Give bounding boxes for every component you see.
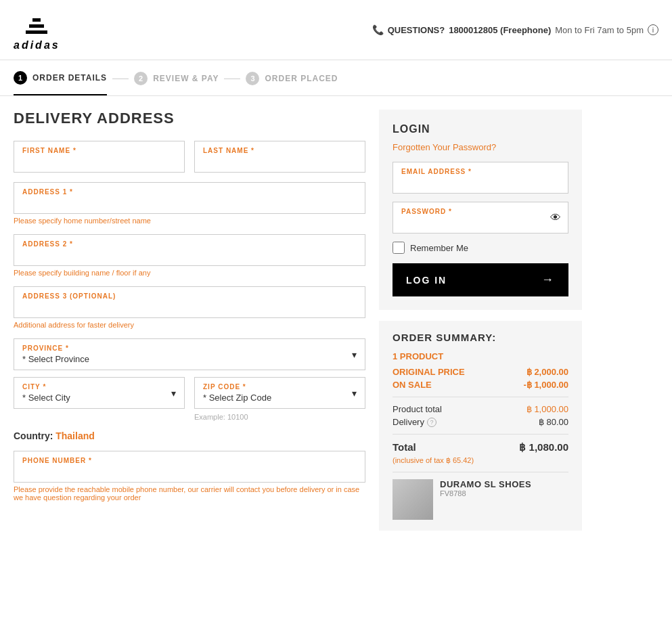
address1-wrapper: ADDRESS 1 * bbox=[14, 182, 365, 214]
step-divider-2 bbox=[224, 79, 240, 79]
password-label: PASSWORD * bbox=[401, 208, 560, 215]
total-value: ฿ 1,080.00 bbox=[519, 441, 568, 453]
product-preview: DURAMO SL SHOES FV8788 bbox=[393, 472, 568, 520]
login-title: LOGIN bbox=[393, 123, 568, 135]
summary-divider-2 bbox=[393, 434, 568, 435]
login-button-label: LOG IN bbox=[406, 275, 447, 286]
product-name: DURAMO SL SHOES bbox=[440, 479, 531, 489]
zip-select[interactable]: * Select Zip Code bbox=[195, 393, 365, 408]
login-button[interactable]: LOG IN → bbox=[393, 263, 568, 296]
phone-wrapper: PHONE NUMBER * bbox=[14, 451, 365, 483]
last-name-group: LAST NAME * bbox=[194, 141, 365, 173]
address2-label: ADDRESS 2 * bbox=[22, 240, 357, 248]
delivery-row: Delivery ? ฿ 80.00 bbox=[393, 417, 568, 427]
city-label: CITY * bbox=[14, 378, 184, 392]
email-label: EMAIL ADDRESS * bbox=[401, 168, 560, 175]
on-sale-label: ON SALE bbox=[393, 380, 432, 390]
zip-label: ZIP CODE * bbox=[195, 378, 365, 392]
product-image bbox=[393, 479, 433, 520]
password-field-wrapper: PASSWORD * 👁 bbox=[393, 202, 568, 234]
tax-text: (inclusive of tax ฿ 65.42) bbox=[393, 456, 568, 465]
address1-label: ADDRESS 1 * bbox=[22, 188, 357, 196]
phone-section: PHONE NUMBER * Please provide the reacha… bbox=[14, 451, 365, 502]
first-name-input[interactable] bbox=[22, 156, 176, 166]
address2-input[interactable] bbox=[22, 250, 357, 260]
last-name-input[interactable] bbox=[203, 156, 357, 166]
on-sale-value: -฿ 1,000.00 bbox=[523, 380, 568, 390]
on-sale-row: ON SALE -฿ 1,000.00 bbox=[393, 380, 568, 390]
svg-rect-2 bbox=[29, 24, 44, 28]
first-name-wrapper: FIRST NAME * bbox=[14, 141, 185, 173]
order-summary-box: ORDER SUMMARY: 1 PRODUCT ORIGINAL PRICE … bbox=[379, 321, 582, 531]
adidas-logo-icon bbox=[20, 8, 53, 38]
summary-divider-1 bbox=[393, 397, 568, 397]
login-box: LOGIN Forgotten Your Password? EMAIL ADD… bbox=[379, 110, 582, 310]
remember-me-row: Remember Me bbox=[393, 242, 568, 254]
step-1-label: ORDER DETAILS bbox=[32, 73, 107, 83]
step-review-pay[interactable]: 2 REVIEW & PAY bbox=[134, 72, 219, 95]
svg-rect-1 bbox=[26, 30, 47, 34]
original-price-row: ORIGINAL PRICE ฿ 2,000.00 bbox=[393, 367, 568, 377]
city-zip-row: CITY * * Select City ▾ ZIP CODE * * Sele… bbox=[14, 377, 365, 409]
phone-hint: Please provide the reachable mobile phon… bbox=[14, 485, 365, 502]
country-value[interactable]: Thailand bbox=[55, 430, 95, 441]
last-name-label: LAST NAME * bbox=[203, 147, 357, 154]
address3-row: ADDRESS 3 (OPTIONAL) Additional address … bbox=[14, 286, 365, 329]
adidas-text: adidas bbox=[14, 39, 60, 51]
questions-label: QUESTIONS? bbox=[388, 25, 445, 35]
product-info: DURAMO SL SHOES FV8788 bbox=[440, 479, 531, 520]
phone-number: 1800012805 (Freephone) bbox=[449, 25, 551, 35]
header: adidas 📞 QUESTIONS? 1800012805 (Freephon… bbox=[0, 0, 672, 60]
province-label: PROVINCE * bbox=[14, 339, 365, 353]
product-total-row: Product total ฿ 1,000.00 bbox=[393, 404, 568, 414]
step-order-placed[interactable]: 3 ORDER PLACED bbox=[246, 72, 338, 95]
province-select[interactable]: * Select Province bbox=[14, 354, 365, 370]
info-icon[interactable]: i bbox=[648, 24, 658, 35]
address3-hint: Additional address for faster delivery bbox=[14, 321, 365, 329]
business-hours: Mon to Fri 7am to 5pm bbox=[555, 25, 644, 35]
remember-me-checkbox[interactable] bbox=[393, 242, 405, 254]
first-name-label: FIRST NAME * bbox=[22, 147, 176, 154]
delivery-info-icon[interactable]: ? bbox=[427, 418, 436, 427]
forgot-password-link[interactable]: Forgotten Your Password? bbox=[393, 142, 568, 152]
phone-input[interactable] bbox=[22, 466, 357, 476]
city-select[interactable]: * Select City bbox=[14, 393, 184, 408]
checkout-steps: 1 ORDER DETAILS 2 REVIEW & PAY 3 ORDER P… bbox=[0, 60, 672, 96]
step-divider-1 bbox=[112, 79, 129, 79]
step-2-label: REVIEW & PAY bbox=[153, 74, 219, 83]
name-row: FIRST NAME * LAST NAME * bbox=[14, 141, 365, 173]
address2-group: ADDRESS 2 * Please specify building name… bbox=[14, 234, 365, 277]
show-password-icon[interactable]: 👁 bbox=[550, 212, 561, 224]
total-label: Total bbox=[393, 441, 416, 453]
address2-hint: Please specify building name / floor if … bbox=[14, 269, 365, 277]
address1-input[interactable] bbox=[22, 198, 357, 208]
svg-rect-3 bbox=[32, 18, 41, 22]
delivery-label: Delivery ? bbox=[393, 417, 436, 427]
email-input[interactable] bbox=[401, 177, 560, 187]
step-order-details[interactable]: 1 ORDER DETAILS bbox=[14, 71, 107, 95]
address3-input[interactable] bbox=[22, 302, 357, 312]
step-3-number: 3 bbox=[246, 72, 259, 85]
address2-row: ADDRESS 2 * Please specify building name… bbox=[14, 234, 365, 277]
phone-label: PHONE NUMBER * bbox=[22, 457, 357, 464]
country-line: Country: Thailand bbox=[14, 430, 365, 441]
total-row: Total ฿ 1,080.00 bbox=[393, 441, 568, 453]
country-label: Country: bbox=[14, 430, 53, 441]
city-select-wrapper: CITY * * Select City ▾ bbox=[14, 377, 185, 409]
address1-group: ADDRESS 1 * Please specify home number/s… bbox=[14, 182, 365, 225]
zip-select-wrapper: ZIP CODE * * Select Zip Code ▾ bbox=[194, 377, 365, 409]
step-3-label: ORDER PLACED bbox=[265, 74, 338, 83]
city-group: CITY * * Select City ▾ bbox=[14, 377, 185, 409]
address2-wrapper: ADDRESS 2 * bbox=[14, 234, 365, 266]
zip-group: ZIP CODE * * Select Zip Code ▾ bbox=[194, 377, 365, 409]
phone-group: PHONE NUMBER * Please provide the reacha… bbox=[14, 451, 365, 502]
right-panel: LOGIN Forgotten Your Password? EMAIL ADD… bbox=[379, 110, 582, 531]
password-input[interactable] bbox=[401, 217, 560, 227]
original-price-label: ORIGINAL PRICE bbox=[393, 367, 465, 377]
delivery-value: ฿ 80.00 bbox=[539, 417, 568, 427]
address1-row: ADDRESS 1 * Please specify home number/s… bbox=[14, 182, 365, 225]
adidas-logo[interactable]: adidas bbox=[14, 8, 60, 51]
province-row: PROVINCE * * Select Province ▾ bbox=[14, 338, 365, 370]
order-summary-title: ORDER SUMMARY: bbox=[393, 332, 568, 343]
product-total-label: Product total bbox=[393, 404, 442, 414]
